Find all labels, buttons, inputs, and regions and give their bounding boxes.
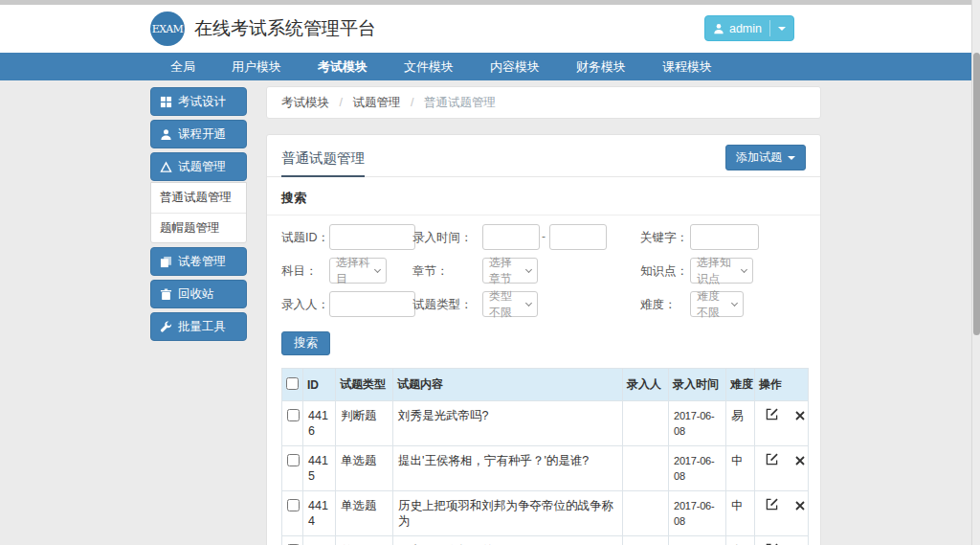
knowledge-point-select[interactable]: 选择知识点 — [690, 258, 753, 284]
entry-time-label: 录入时间： — [412, 230, 473, 246]
subject-select[interactable]: 选择科目 — [329, 258, 387, 284]
creator-input[interactable] — [329, 291, 415, 317]
col-creator: 录入人 — [623, 369, 669, 401]
nav-item-content-module[interactable]: 内容模块 — [480, 53, 549, 80]
cell-content: 刘秀是光武帝吗? — [393, 401, 623, 446]
question-manage-submenu: 普通试题管理 题帽题管理 — [150, 182, 247, 243]
nav-item-user-module[interactable]: 用户模块 — [222, 53, 291, 80]
breadcrumb-question-manage[interactable]: 试题管理 — [352, 96, 400, 109]
panel-header: 普通试题管理 添加试题 — [267, 135, 820, 177]
subject-label: 科目： — [281, 263, 318, 280]
creator-label: 录入人： — [281, 297, 329, 313]
col-question-content: 试题内容 — [393, 369, 623, 401]
col-question-type: 试题类型 — [336, 369, 393, 401]
keyword-label: 关键字： — [640, 230, 688, 246]
keyword-input[interactable] — [690, 224, 759, 250]
edit-button[interactable] — [760, 453, 778, 468]
sidebar-item-label: 试题管理 — [178, 159, 226, 175]
chevron-down-icon — [525, 299, 532, 306]
copy-icon — [160, 256, 172, 268]
search-button[interactable]: 搜索 — [281, 331, 330, 355]
delete-button[interactable] — [790, 454, 805, 468]
sidebar-item-label: 试卷管理 — [178, 254, 226, 270]
nav-item-file-module[interactable]: 文件模块 — [394, 53, 463, 80]
entry-time-from-input[interactable] — [482, 224, 540, 250]
entry-time-to-input[interactable] — [549, 224, 607, 250]
knowledge-point-label: 知识点： — [640, 263, 688, 280]
vertical-scrollbar[interactable] — [971, 0, 980, 545]
submenu-item-cap-question[interactable]: 题帽题管理 — [151, 213, 246, 242]
nav-item-global[interactable]: 全局 — [161, 53, 205, 80]
chevron-down-icon — [374, 265, 381, 272]
cell-creator — [623, 446, 669, 491]
breadcrumb-separator: / — [411, 96, 413, 109]
question-table: ID 试题类型 试题内容 录入人 录入时间 难度 操作 4416 判断题 刘秀是… — [281, 368, 809, 545]
cell-difficulty: 中 — [726, 446, 755, 491]
submenu-item-normal-question[interactable]: 普通试题管理 — [151, 183, 246, 213]
chapter-select-value: 选择章节 — [489, 255, 523, 287]
add-question-button[interactable]: 添加试题 — [725, 145, 806, 170]
search-section-title: 搜索 — [267, 177, 820, 216]
table-row: 4413 单选题 王充是哪个朝代的人 2017-06-08 中 — [282, 536, 809, 545]
cell-creator — [623, 536, 669, 545]
col-entry-time: 录入时间 — [669, 369, 726, 401]
cell-date: 2017-06-08 — [669, 536, 726, 545]
date-range-separator: - — [542, 230, 546, 243]
question-type-select[interactable]: 类型不限 — [482, 291, 538, 317]
user-icon — [713, 23, 724, 34]
table-row: 4414 单选题 历史上把项羽和刘邦为争夺帝位的战争称为 2017-06-08 … — [282, 491, 809, 536]
difficulty-select-value: 难度不限 — [697, 288, 728, 321]
row-checkbox[interactable] — [287, 499, 300, 511]
edit-button[interactable] — [760, 408, 778, 423]
sidebar-item-label: 考试设计 — [178, 94, 226, 110]
app-header: EXAM 在线考试系统管理平台 admin — [0, 5, 980, 53]
chevron-down-icon[interactable] — [778, 27, 786, 31]
delete-button[interactable] — [790, 409, 805, 423]
sidebar-item-batch-tools[interactable]: 批量工具 — [150, 312, 247, 341]
sidebar-item-question-manage[interactable]: 试题管理 — [150, 152, 247, 181]
cell-difficulty: 易 — [726, 401, 755, 446]
edit-button[interactable] — [760, 498, 778, 513]
breadcrumb-separator: / — [339, 96, 342, 109]
cell-type: 单选题 — [336, 536, 393, 545]
row-checkbox[interactable] — [287, 409, 300, 421]
cell-id: 4415 — [303, 446, 336, 491]
cell-content: 提出'王侯将相，宁有种乎？'的是谁? — [393, 446, 623, 491]
cell-difficulty: 中 — [726, 536, 755, 545]
user-menu-button[interactable]: admin — [704, 15, 794, 41]
sidebar-item-course-open[interactable]: 课程开通 — [150, 120, 247, 148]
sidebar-item-exam-design[interactable]: 考试设计 — [150, 87, 247, 116]
scrollbar-thumb[interactable] — [973, 53, 980, 335]
cell-id: 4416 — [303, 401, 336, 446]
cell-date: 2017-06-08 — [669, 401, 726, 446]
select-all-checkbox[interactable] — [286, 377, 299, 390]
nav-item-exam-module[interactable]: 考试模块 — [308, 53, 377, 80]
page-title: 在线考试系统管理平台 — [194, 5, 376, 53]
cell-type: 单选题 — [336, 446, 393, 491]
question-id-input[interactable] — [329, 224, 415, 250]
add-question-label: 添加试题 — [736, 149, 782, 166]
nav-item-finance-module[interactable]: 财务模块 — [567, 53, 635, 80]
col-id: ID — [303, 369, 336, 401]
breadcrumb-exam-module[interactable]: 考试模块 — [281, 96, 329, 109]
delete-button[interactable] — [790, 499, 805, 513]
panel-title: 普通试题管理 — [281, 149, 365, 177]
row-checkbox[interactable] — [287, 454, 300, 466]
question-type-label: 试题类型： — [412, 297, 473, 313]
cell-date: 2017-06-08 — [669, 491, 726, 536]
chapter-label: 章节： — [412, 263, 449, 280]
table-row: 4415 单选题 提出'王侯将相，宁有种乎？'的是谁? 2017-06-08 中 — [282, 446, 809, 491]
question-type-select-value: 类型不限 — [489, 288, 523, 321]
logo-text: EXAM — [152, 23, 184, 35]
chapter-select[interactable]: 选择章节 — [482, 258, 538, 284]
table-row: 4416 判断题 刘秀是光武帝吗? 2017-06-08 易 — [282, 401, 809, 446]
sidebar-item-recycle-bin[interactable]: 回收站 — [150, 280, 247, 308]
difficulty-select[interactable]: 难度不限 — [690, 291, 744, 317]
sidebar-item-label: 批量工具 — [178, 319, 226, 335]
select-all-cell — [282, 369, 303, 401]
nav-item-course-module[interactable]: 课程模块 — [653, 53, 722, 80]
sidebar-item-paper-manage[interactable]: 试卷管理 — [150, 247, 247, 276]
wrench-icon — [160, 321, 172, 333]
breadcrumb: 考试模块 / 试题管理 / 普通试题管理 — [266, 86, 821, 119]
cell-date: 2017-06-08 — [669, 446, 726, 491]
